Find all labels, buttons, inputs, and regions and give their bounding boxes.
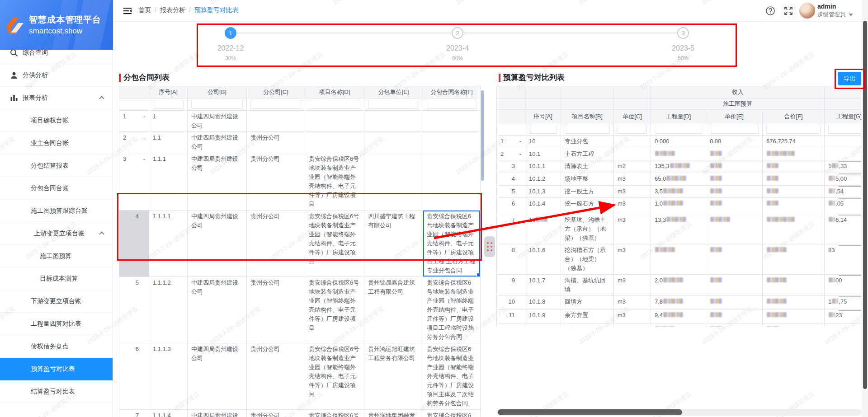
sidebar-item-11[interactable]: 下游变更立项台账 xyxy=(0,290,113,313)
cell[interactable]: 1,0 xyxy=(651,198,706,214)
column-filter-input[interactable] xyxy=(529,125,557,134)
cell[interactable]: 土石方工程 xyxy=(561,148,614,160)
cell[interactable]: 四川盛宁建筑工程有限公司 xyxy=(364,211,423,277)
cell[interactable]: 贵安综合保税区6号地块装备制造业产业园（智能终端外壳结构件、电子元件等）厂房建设… xyxy=(423,343,481,410)
cell[interactable]: m3 xyxy=(614,186,651,198)
cell[interactable]: 超运距 xyxy=(561,323,614,327)
cell[interactable]: 贵安综合保税区6号地块装备制造产业园 （智能终端外壳结构件、电子元件等）厂房建设… xyxy=(423,410,481,417)
sidebar-item-12[interactable]: 工程量四算对比表 xyxy=(0,313,113,335)
sidebar-item-8[interactable]: 上游变更立项台账 xyxy=(0,222,113,245)
cell[interactable]: 10.1.3 xyxy=(525,186,561,198)
cell[interactable]: 135,3 xyxy=(651,160,706,173)
cell[interactable]: 贵州分公司 xyxy=(247,343,305,410)
cell[interactable]: 2,0 xyxy=(651,275,706,296)
cell[interactable] xyxy=(706,173,763,186)
cell[interactable]: 10.1.6 xyxy=(525,244,561,275)
cell[interactable]: 贵州分公司 xyxy=(247,211,305,277)
cell[interactable] xyxy=(305,132,364,153)
cell[interactable]: 10.1.4 xyxy=(525,198,561,214)
column-filter-input[interactable] xyxy=(655,125,702,134)
column-header[interactable]: 公司[B] xyxy=(188,86,247,98)
cell[interactable]: m3 xyxy=(614,309,651,323)
cell[interactable]: 贵安综合保税区6号地块装备制造业产业园（智能终端外壳结构件、电子元件等）厂房建设… xyxy=(305,410,364,417)
cell[interactable]: 贵州润地集团融发建筑工程有限公司 xyxy=(364,410,423,417)
cell[interactable] xyxy=(706,275,763,296)
cell[interactable]: m3 xyxy=(614,275,651,296)
cell[interactable]: 3,5 xyxy=(651,186,706,198)
column-filter-input[interactable] xyxy=(368,100,419,109)
cell[interactable] xyxy=(651,148,706,160)
cell[interactable] xyxy=(247,111,305,132)
cell[interactable]: 1,33 xyxy=(825,160,861,173)
sidebar-item-10[interactable]: 目标成本测算 xyxy=(0,267,113,290)
cell[interactable]: 贵安综合保税区6号地块装备制造业产业园（智能终端外壳结构件、电子元件等）厂房建设… xyxy=(423,277,481,343)
cell[interactable]: 10.1.10 xyxy=(525,323,561,327)
cell[interactable]: 1.1 xyxy=(149,132,188,153)
cell[interactable]: 1 xyxy=(149,111,188,132)
cell[interactable] xyxy=(706,309,763,323)
column-filter-input[interactable] xyxy=(565,125,610,134)
cell[interactable]: m3 xyxy=(614,198,651,214)
cell[interactable] xyxy=(706,214,763,244)
cell[interactable] xyxy=(825,148,861,160)
cell[interactable]: 贵州分公司 xyxy=(247,277,305,343)
cell[interactable]: 贵安综合保税区6号地块装备制造业产业园（智能终端外壳结构件、电子元件等）厂房建设… xyxy=(305,343,364,410)
collapse-toggle[interactable]: - xyxy=(143,112,145,121)
cell[interactable]: 5,00 xyxy=(825,173,861,186)
column-filter-input[interactable] xyxy=(250,100,301,109)
cell[interactable]: 贵州分公司 xyxy=(247,132,305,153)
fullscreen-icon[interactable] xyxy=(783,6,793,16)
column-filter-input[interactable] xyxy=(828,125,861,134)
cell[interactable]: 9,4 xyxy=(651,309,706,323)
cell[interactable] xyxy=(706,244,763,275)
column-filter-input[interactable] xyxy=(710,125,759,134)
sidebar-item-15[interactable]: 结算盈亏对比表 xyxy=(0,380,113,403)
cell[interactable]: 1.1.1.1 xyxy=(149,211,188,277)
cell[interactable]: 00 xyxy=(825,275,861,296)
collapse-toggle[interactable]: - xyxy=(143,133,145,142)
left-table-scrollbar-thumb[interactable] xyxy=(481,90,484,181)
cell[interactable]: 83 xyxy=(825,244,861,275)
cell[interactable] xyxy=(763,214,825,244)
sidebar-item-1[interactable]: 分供分析 xyxy=(0,64,113,87)
sidebar-item-2[interactable]: 报表分析 xyxy=(0,87,113,109)
cell[interactable] xyxy=(651,323,706,327)
cell[interactable]: 中建四局贵州建设公司 xyxy=(188,132,247,153)
cell[interactable]: 场地平整 xyxy=(561,173,614,186)
cell[interactable]: 1,75 xyxy=(825,296,861,309)
column-filter-input[interactable] xyxy=(427,100,476,109)
cell[interactable] xyxy=(763,296,825,309)
export-button[interactable]: 导出 xyxy=(838,72,861,85)
cell[interactable]: m3 xyxy=(614,244,651,275)
sidebar-item-5[interactable]: 分包结算报表 xyxy=(0,155,113,177)
cell[interactable]: 挖一般石方 xyxy=(561,198,614,214)
cell[interactable]: 0.000 xyxy=(651,136,706,148)
cell[interactable] xyxy=(763,309,825,323)
cell[interactable] xyxy=(423,111,481,132)
collapse-toggle[interactable]: - xyxy=(143,155,145,164)
column-filter-input[interactable] xyxy=(153,100,184,109)
cell[interactable]: 中建四局贵州建设公司 xyxy=(188,277,247,343)
column-filter-input[interactable] xyxy=(191,100,243,109)
cell[interactable]: 贵州锦晟嘉合建筑工程有限公司 xyxy=(364,277,423,343)
cell[interactable]: m3 xyxy=(614,173,651,186)
cell[interactable] xyxy=(825,136,861,148)
cell[interactable]: 贵安综合保税区6号地块装备制造产业园（智能终端外壳结构件、电子元件等）厂房建设项… xyxy=(423,211,481,277)
cell[interactable]: 挖沟槽石方（承台）（地梁）（独基） xyxy=(561,244,614,275)
cell[interactable]: 10 xyxy=(525,214,561,244)
cell[interactable]: 贵州鸿运旭旺建筑工程劳务有限公司 xyxy=(364,343,423,410)
cell[interactable]: 清除表土 xyxy=(561,160,614,173)
breadcrumb-item-1[interactable]: 报表分析 xyxy=(160,6,185,14)
sidebar-item-9[interactable]: 施工图预算 xyxy=(0,245,113,267)
cell[interactable] xyxy=(423,132,481,153)
cell[interactable]: 贵安综合保税区6号地块装备制造业产业园（智能终端外壳结构件、电子元件等）厂房建设… xyxy=(305,277,364,343)
cell[interactable]: 23 xyxy=(825,309,861,323)
cell[interactable]: 13,3 xyxy=(651,214,706,244)
cell[interactable]: ,05 xyxy=(825,198,861,214)
user-avatar[interactable] xyxy=(799,3,815,19)
column-header[interactable]: 分公司[C] xyxy=(247,86,305,98)
column-header[interactable]: 项目名称[D] xyxy=(305,86,364,98)
cell[interactable]: m3 xyxy=(614,323,651,327)
cell[interactable] xyxy=(364,132,423,153)
column-header[interactable]: 序号[A] xyxy=(525,110,561,123)
